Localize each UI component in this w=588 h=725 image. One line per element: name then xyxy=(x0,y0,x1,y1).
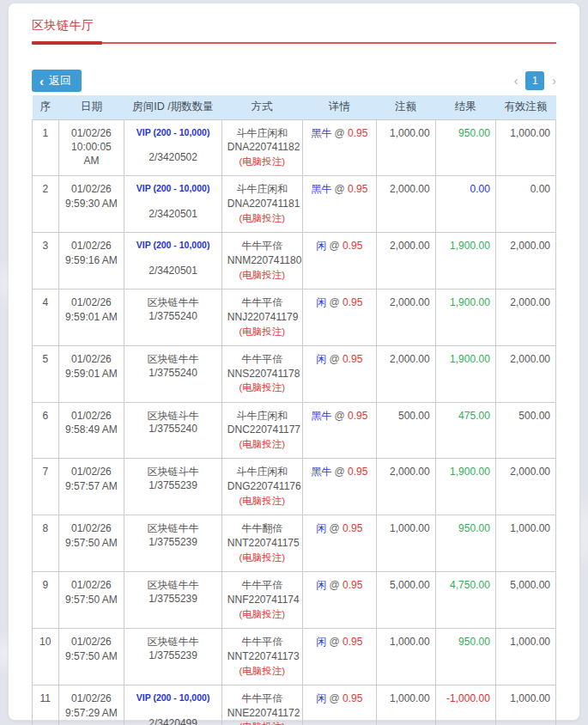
game-code: NNT220741175 xyxy=(227,537,297,551)
at-sign: @ xyxy=(329,522,339,534)
pick-value: 黑牛 xyxy=(311,127,331,139)
time-value: 9:59:01 AM xyxy=(64,311,119,325)
amount-cell: 2,000.00 xyxy=(376,233,435,289)
room-cell: 区块链牛牛 1/3755240 xyxy=(124,345,221,402)
odds-value: 0.95 xyxy=(342,636,362,648)
amount-cell: 2,000.00 xyxy=(376,289,435,345)
time-value: 9:57:50 AM xyxy=(64,537,119,551)
at-sign: @ xyxy=(329,240,339,252)
room-name: 区块链斗牛 xyxy=(130,466,215,479)
room-period: 1/3755239 xyxy=(130,593,215,606)
table-row: 7 01/02/26 9:57:57 AM 区块链斗牛 1/3755239 斗牛… xyxy=(33,459,556,515)
valid-amount-cell: 2,000.00 xyxy=(495,233,555,289)
result-value: 950.00 xyxy=(435,515,495,572)
room-cell: 区块链牛牛 1/3755240 xyxy=(124,289,221,345)
at-sign: @ xyxy=(329,353,339,365)
table-row: 3 01/02/26 9:59:16 AM VIP (200 - 10,000)… xyxy=(33,233,556,289)
room-name: 区块链牛牛 xyxy=(130,296,215,310)
detail-cell: 黑牛 @ 0.95 xyxy=(302,402,376,459)
room-name: 区块链牛牛 xyxy=(130,636,215,649)
header-seq: 序 xyxy=(33,95,59,119)
toolbar: ‹ 返回 ‹ 1 › xyxy=(32,70,556,92)
seq-cell: 6 xyxy=(33,402,59,459)
pagination: ‹ 1 › xyxy=(514,71,556,90)
bet-note: (电脑投注) xyxy=(227,269,297,282)
bet-records-table: 序 日期 房间ID /期数数量 方式 详情 注额 结果 有效注额 1 01/02… xyxy=(32,95,556,725)
detail-cell: 闲 @ 0.95 xyxy=(302,572,376,629)
game-code: NNF220741174 xyxy=(227,594,297,607)
room-cell: 区块链牛牛 1/3755239 xyxy=(124,628,221,685)
table-row: 2 01/02/26 9:59:30 AM VIP (200 - 10,000)… xyxy=(33,176,556,233)
at-sign: @ xyxy=(334,183,344,195)
header-room: 房间ID /期数数量 xyxy=(124,95,221,119)
pagination-page-1[interactable]: 1 xyxy=(525,71,544,90)
table-row: 1 01/02/26 10:00:05 AM VIP (200 - 10,000… xyxy=(33,119,556,176)
pick-value: 闲 xyxy=(316,579,326,591)
header-date: 日期 xyxy=(58,95,124,119)
detail-cell: 闲 @ 0.95 xyxy=(302,628,376,685)
time-value: 9:57:50 AM xyxy=(64,650,119,664)
game-code: DNC220741177 xyxy=(227,423,297,437)
underline-thin xyxy=(32,42,556,44)
valid-amount-cell: 1,000.00 xyxy=(495,628,555,685)
result-value: 1,900.00 xyxy=(435,459,495,515)
time-value: 9:57:50 AM xyxy=(64,594,119,607)
detail-cell: 闲 @ 0.95 xyxy=(302,345,376,402)
method-cell: 牛牛平倍 NNT220741173 (电脑投注) xyxy=(221,628,302,685)
date-value: 01/02/26 xyxy=(64,353,119,367)
date-cell: 01/02/26 9:59:16 AM xyxy=(58,233,124,289)
date-cell: 01/02/26 9:57:50 AM xyxy=(58,628,124,685)
method-cell: 牛牛平倍 NNS220741178 (电脑投注) xyxy=(221,345,302,402)
valid-amount-cell: 0.00 xyxy=(495,176,555,233)
game-name: 牛牛平倍 xyxy=(227,353,297,367)
method-cell: 牛牛平倍 NNM220741180 (电脑投注) xyxy=(221,233,302,289)
detail-cell: 黑牛 @ 0.95 xyxy=(302,119,376,176)
method-cell: 斗牛庄闲和 DNA220741181 (电脑投注) xyxy=(221,176,302,233)
valid-amount-cell: 2,000.00 xyxy=(495,459,555,515)
table-row: 8 01/02/26 9:57:50 AM 区块链牛牛 1/3755239 牛牛… xyxy=(33,515,556,572)
room-name: 区块链牛牛 xyxy=(130,353,215,367)
date-value: 01/02/26 xyxy=(64,410,119,423)
header-amount: 注额 xyxy=(376,95,435,119)
pick-value: 黑牛 xyxy=(311,466,331,478)
detail-cell: 黑牛 @ 0.95 xyxy=(302,176,376,233)
table-row: 5 01/02/26 9:59:01 AM 区块链牛牛 1/3755240 牛牛… xyxy=(33,345,556,402)
back-button-label: 返回 xyxy=(49,73,71,88)
method-cell: 牛牛翻倍 NNT220741175 (电脑投注) xyxy=(221,515,302,572)
date-cell: 01/02/26 9:57:29 AM xyxy=(58,685,124,725)
method-cell: 斗牛庄闲和 DNC220741177 (电脑投注) xyxy=(221,402,302,459)
date-value: 01/02/26 xyxy=(64,692,119,706)
game-code: DNG220741176 xyxy=(227,480,297,494)
bet-note: (电脑投注) xyxy=(227,381,297,394)
back-chevron-icon: ‹ xyxy=(39,75,44,88)
table-row: 6 01/02/26 9:58:49 AM 区块链斗牛 1/3755240 斗牛… xyxy=(33,402,556,459)
method-cell: 斗牛庄闲和 DNG220741176 (电脑投注) xyxy=(221,459,302,515)
odds-value: 0.95 xyxy=(342,353,362,365)
odds-value: 0.95 xyxy=(342,522,362,534)
at-sign: @ xyxy=(329,692,339,704)
result-value: 0.00 xyxy=(435,176,495,233)
game-name: 牛牛平倍 xyxy=(227,636,297,649)
detail-cell: 黑牛 @ 0.95 xyxy=(302,459,376,515)
amount-cell: 1,000.00 xyxy=(376,628,435,685)
seq-cell: 10 xyxy=(33,628,59,685)
back-button[interactable]: ‹ 返回 xyxy=(32,70,82,92)
pagination-prev-icon[interactable]: ‹ xyxy=(514,75,518,87)
pagination-next-icon[interactable]: › xyxy=(552,75,556,87)
bet-note: (电脑投注) xyxy=(227,608,297,621)
pick-value: 闲 xyxy=(316,692,326,704)
bet-note: (电脑投注) xyxy=(227,665,297,678)
odds-value: 0.95 xyxy=(342,692,362,704)
room-period: 2/3420502 xyxy=(130,151,215,165)
table-header: 序 日期 房间ID /期数数量 方式 详情 注额 结果 有效注额 xyxy=(33,95,556,119)
method-cell: 牛牛平倍 NNF220741174 (电脑投注) xyxy=(221,572,302,629)
odds-value: 0.95 xyxy=(342,579,362,591)
method-cell: 斗牛庄闲和 DNA220741182 (电脑投注) xyxy=(221,119,302,176)
room-cell: VIP (200 - 10,000) 2/3420501 xyxy=(124,233,221,289)
room-name: VIP (200 - 10,000) xyxy=(130,240,215,252)
date-value: 01/02/26 xyxy=(64,183,119,197)
room-name: VIP (200 - 10,000) xyxy=(130,183,215,195)
amount-cell: 500.00 xyxy=(376,402,435,459)
content-card: 区块链牛厅 ‹ 返回 ‹ 1 › 序 日期 房间ID /期数数量 方式 详情 xyxy=(8,3,580,721)
room-cell: 区块链牛牛 1/3755239 xyxy=(124,515,221,572)
